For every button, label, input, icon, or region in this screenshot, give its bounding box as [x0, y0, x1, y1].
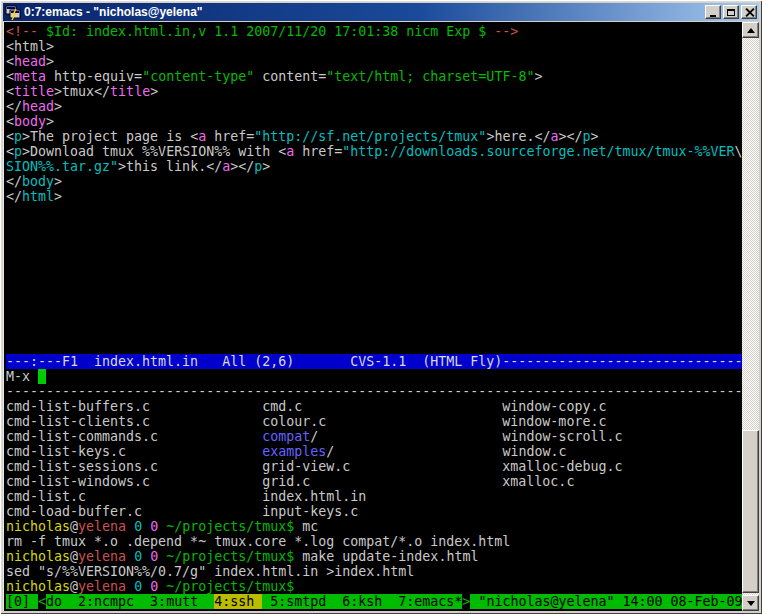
tmux-status-bar: [0] <do 2:ncmpc 3:mutt 4:ssh 5:smtpd 6:k… — [6, 594, 742, 609]
window-controls — [705, 5, 757, 19]
emacs-code-line: SION%%.tar.gz">this link.</a></p> — [6, 159, 742, 174]
empty-line — [6, 264, 742, 279]
terminal-screen[interactable]: <!-- $Id: index.html.in,v 1.1 2007/11/20… — [3, 22, 742, 611]
shell-prompt-line: nicholas@yelena 0 0 ~/projects/tmux$ — [6, 579, 742, 594]
ls-output-line: cmd-list-sessions.c grid-view.c xmalloc-… — [6, 459, 742, 474]
emacs-code-line: <body> — [6, 114, 742, 129]
app-icon[interactable] — [5, 5, 21, 20]
empty-line — [6, 324, 742, 339]
empty-line — [6, 279, 742, 294]
empty-line — [6, 219, 742, 234]
emacs-code-line: <p>Download tmux %%VERSION%% with <a hre… — [6, 144, 742, 159]
emacs-code-line: </body> — [6, 174, 742, 189]
scroll-up-button[interactable] — [742, 22, 759, 38]
emacs-minibuffer: M-x — [6, 369, 742, 384]
window-title: 0:7:emacs - "nicholas@yelena" — [24, 3, 705, 21]
empty-line — [6, 309, 742, 324]
empty-line — [6, 249, 742, 264]
maximize-button[interactable] — [723, 5, 739, 19]
emacs-code-line: <meta http-equiv="content-type" content=… — [6, 69, 742, 84]
emacs-code-line: <title>tmux</title> — [6, 84, 742, 99]
empty-line — [6, 204, 742, 219]
emacs-code-line: <p>The project page is <a href="http://s… — [6, 129, 742, 144]
scrollbar-track[interactable] — [742, 38, 759, 595]
shell-output-line: sed "s/%%VERSION%%/0.7/g" index.html.in … — [6, 564, 742, 579]
shell-prompt-line: nicholas@yelena 0 0 ~/projects/tmux$ mc — [6, 519, 742, 534]
ls-output-line: cmd-list-keys.c examples/ window.c — [6, 444, 742, 459]
putty-window: 0:7:emacs - "nicholas@yelena" <!-- $Id: … — [0, 0, 762, 614]
emacs-code-line: <html> — [6, 39, 742, 54]
ls-output-line: cmd-list-commands.c compat/ window-scrol… — [6, 429, 742, 444]
empty-line — [6, 294, 742, 309]
scroll-down-button[interactable] — [742, 595, 759, 611]
minimize-button[interactable] — [705, 5, 721, 19]
emacs-modeline: ---:---F1 index.html.in All (2,6) CVS-1.… — [6, 354, 742, 369]
empty-line — [6, 339, 742, 354]
up-arrow-icon — [747, 28, 755, 33]
ls-output-line: cmd-list-windows.c grid.c xmalloc.c — [6, 474, 742, 489]
ls-output-line: cmd-load-buffer.c input-keys.c — [6, 504, 742, 519]
minimize-icon — [710, 15, 716, 17]
emacs-code-line: </html> — [6, 189, 742, 204]
ls-output-line: cmd-list-buffers.c cmd.c window-copy.c — [6, 399, 742, 414]
down-arrow-icon — [747, 601, 755, 606]
ls-output-line: cmd-list-clients.c colour.c window-more.… — [6, 414, 742, 429]
scrollbar-thumb[interactable] — [742, 430, 759, 593]
scrollbar[interactable] — [742, 22, 759, 611]
window-body: <!-- $Id: index.html.in,v 1.1 2007/11/20… — [3, 22, 759, 611]
emacs-comment-line: <!-- $Id: index.html.in,v 1.1 2007/11/20… — [6, 24, 742, 39]
close-icon — [745, 8, 754, 17]
emacs-code-line: </head> — [6, 99, 742, 114]
titlebar[interactable]: 0:7:emacs - "nicholas@yelena" — [3, 3, 759, 21]
dashed-separator: ----------------------------------------… — [6, 384, 742, 399]
shell-output-line: rm -f tmux *.o .depend *~ tmux.core *.lo… — [6, 534, 742, 549]
maximize-icon — [727, 9, 735, 16]
emacs-code-line: <head> — [6, 54, 742, 69]
close-button[interactable] — [741, 5, 757, 19]
ls-output-line: cmd-list.c index.html.in — [6, 489, 742, 504]
shell-prompt-line: nicholas@yelena 0 0 ~/projects/tmux$ mak… — [6, 549, 742, 564]
empty-line — [6, 234, 742, 249]
